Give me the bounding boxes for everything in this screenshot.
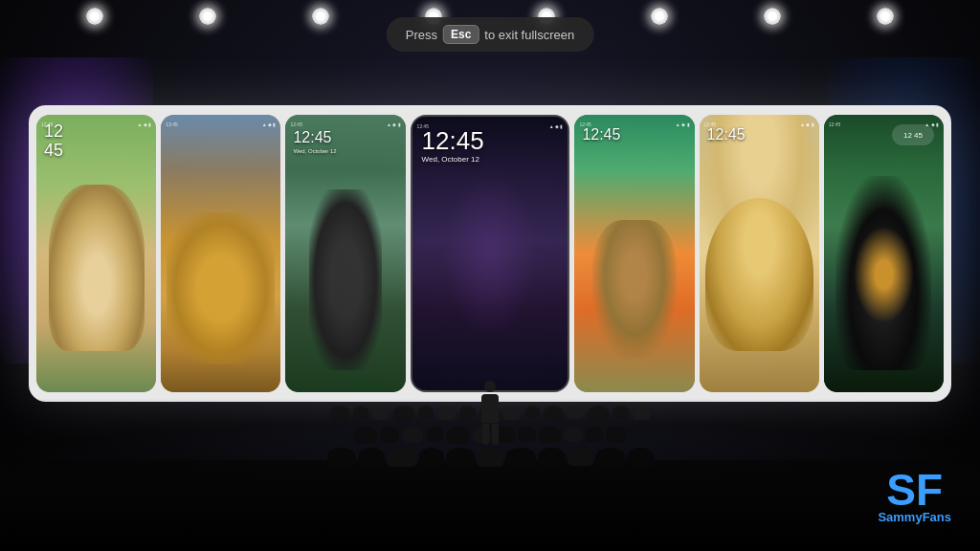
audience-member [330, 406, 349, 421]
audience-member [419, 448, 444, 466]
audience-member [544, 406, 563, 420]
audience-member [477, 448, 503, 467]
audience-row-3 [0, 448, 980, 467]
ceiling-light [86, 8, 103, 25]
audience-member [505, 448, 536, 467]
phone-card-2: 13:45 ▲ ◆ ▮ [161, 115, 280, 392]
phone-card-7: 12 45 12:45 ▲ ◆ ▮ [824, 115, 944, 392]
ceiling-light [312, 8, 329, 25]
phone-card-5: 12:45 12:45 ▲ ◆ ▮ [574, 115, 694, 392]
phone-screen-2: 13:45 ▲ ◆ ▮ [161, 115, 280, 392]
presenter-legs [477, 424, 503, 445]
audience-member [612, 406, 629, 419]
phone-card-6: 12:45 12:45 ▲ ◆ ▮ [700, 115, 819, 392]
audience-member [503, 406, 521, 420]
audience-member [586, 427, 603, 442]
ceiling-light [764, 8, 781, 25]
phone-card-3: 12:45 Wed, October 12 12:45 ▲ ◆ ▮ [285, 115, 405, 392]
phone-card-center: 12:45 Wed, October 12 12:45 ▲ ◆ ▮ [411, 115, 570, 392]
audience-member [426, 427, 443, 442]
audience-member [437, 406, 456, 420]
audience-member [380, 427, 399, 443]
audience-member [564, 427, 583, 442]
phone3-time: 12:45 [293, 129, 336, 146]
phone-card-1: 12 45 12:45 ▲ ◆ ▮ [36, 115, 156, 392]
audience-member [358, 448, 385, 467]
ceiling-light [651, 8, 668, 25]
escape-key-badge: Esc [443, 25, 479, 44]
audience-member [418, 406, 434, 418]
fullscreen-suffix: to exit fullscreen [484, 28, 574, 42]
ceiling-light [199, 8, 216, 25]
audience-member [538, 448, 566, 467]
audience-member [393, 406, 414, 421]
watermark-letters: SF [878, 468, 951, 512]
fullscreen-prefix: Press [406, 28, 437, 42]
phone-screen-3: 12:45 Wed, October 12 12:45 ▲ ◆ ▮ [285, 115, 405, 392]
presenter-head [484, 381, 496, 392]
audience-member [606, 427, 627, 443]
audience-member [354, 427, 377, 444]
phone3-date: Wed, October 12 [293, 148, 336, 154]
audience-member [402, 427, 423, 443]
watermark-name: SammyFans [878, 510, 951, 524]
audience-member [524, 406, 540, 418]
center-phone-date: Wed, October 12 [422, 156, 484, 164]
audience-member [567, 406, 584, 419]
audience-member [446, 427, 470, 444]
phone-screen-5: 12:45 12:45 ▲ ◆ ▮ [574, 115, 694, 392]
fullscreen-notification: Press Esc to exit fullscreen [387, 17, 594, 52]
presenter-leg-right [492, 424, 499, 445]
audience-member [627, 448, 654, 467]
audience-member [372, 406, 390, 420]
audience-member [387, 448, 417, 467]
audience-member [633, 406, 651, 420]
ceiling-light [877, 8, 894, 25]
presenter-figure [477, 381, 503, 448]
audience-member [568, 448, 593, 466]
audience-member [588, 406, 609, 421]
audience-member [353, 406, 368, 419]
audience-member [539, 427, 561, 443]
watermark: SF SammyFans [878, 468, 951, 524]
phone-screen-6: 12:45 12:45 ▲ ◆ ▮ [700, 115, 819, 392]
audience-member [518, 427, 536, 442]
phone-screen-center: 12:45 Wed, October 12 12:45 ▲ ◆ ▮ [412, 117, 568, 390]
presenter-leg-left [482, 424, 489, 445]
phone-screen-1: 12 45 12:45 ▲ ◆ ▮ [36, 115, 156, 392]
presentation-screen: 12 45 12:45 ▲ ◆ ▮ 13:45 ▲ ◆ ▮ 12:45 [29, 105, 951, 402]
audience-member [459, 406, 476, 419]
audience-member [595, 448, 625, 467]
center-phone-time: 12:45 [422, 128, 484, 153]
audience-member [446, 448, 475, 467]
presenter-body [481, 394, 499, 423]
audience-member [327, 448, 356, 467]
phone-screen-7: 12 45 12:45 ▲ ◆ ▮ [824, 115, 944, 392]
